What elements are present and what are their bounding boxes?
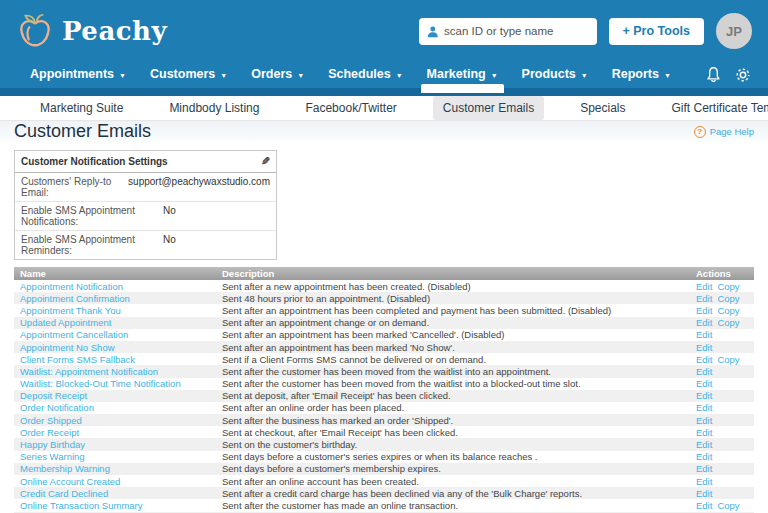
edit-link[interactable]: Edit — [696, 354, 712, 365]
settings-value: No — [163, 234, 176, 256]
email-name-link[interactable]: Appointment Cancellation — [14, 329, 222, 340]
settings-label: Enable SMS Appointment Reminders: — [21, 234, 163, 256]
edit-pencil-icon[interactable]: ✎ — [261, 155, 270, 168]
settings-row: Enable SMS Appointment Reminders:No — [15, 231, 276, 259]
edit-link[interactable]: Edit — [696, 305, 712, 316]
email-description: Sent after an appointment has been compl… — [222, 305, 696, 316]
nav-item-orders[interactable]: Orders▼ — [251, 67, 304, 83]
table-row: Order NotificationSent after an online o… — [14, 402, 754, 414]
table-row: Happy BirthdaySent on the customer's bir… — [14, 438, 754, 450]
search-input[interactable] — [444, 25, 588, 37]
email-description: Sent after the business has marked an or… — [222, 415, 696, 426]
copy-link[interactable]: Copy — [717, 354, 739, 365]
settings-rows: Customers' Reply-to Email:support@peachy… — [15, 173, 276, 259]
email-name-link[interactable]: Happy Birthday — [14, 439, 222, 450]
bell-icon[interactable] — [705, 66, 722, 84]
edit-link[interactable]: Edit — [696, 378, 712, 389]
nav-item-appointments[interactable]: Appointments▼ — [30, 67, 126, 83]
edit-link[interactable]: Edit — [696, 329, 712, 340]
email-name-link[interactable]: Online Transaction Summary — [14, 500, 222, 511]
avatar[interactable]: JP — [716, 13, 752, 49]
table-row: Online Account CreatedSent after an onli… — [14, 475, 754, 487]
row-actions: EditCopy — [696, 500, 754, 511]
header-actions: + Pro Tools JP — [419, 13, 753, 49]
edit-link[interactable]: Edit — [696, 390, 712, 401]
edit-link[interactable]: Edit — [696, 293, 712, 304]
row-actions: EditCopy — [696, 317, 754, 328]
email-name-link[interactable]: Deposit Receipt — [14, 390, 222, 401]
edit-link[interactable]: Edit — [696, 476, 712, 487]
nav-item-marketing[interactable]: Marketing▼ — [427, 67, 498, 83]
edit-link[interactable]: Edit — [696, 427, 712, 438]
email-name-link[interactable]: Order Shipped — [14, 415, 222, 426]
copy-link[interactable]: Copy — [717, 317, 739, 328]
settings-value: support@peachywaxstudio.com — [128, 176, 270, 198]
nav-item-schedules[interactable]: Schedules▼ — [328, 67, 402, 83]
copy-link[interactable]: Copy — [717, 500, 739, 511]
question-icon: ? — [694, 126, 706, 138]
nav-item-customers[interactable]: Customers▼ — [150, 67, 227, 83]
row-actions: Edit — [696, 427, 754, 438]
tab-marketing-suite[interactable]: Marketing Suite — [30, 96, 133, 120]
edit-link[interactable]: Edit — [696, 402, 712, 413]
nav-item-reports[interactable]: Reports▼ — [612, 67, 671, 83]
edit-link[interactable]: Edit — [696, 488, 712, 499]
settings-row: Enable SMS Appointment Notifications:No — [15, 202, 276, 231]
edit-link[interactable]: Edit — [696, 451, 712, 462]
table-row: Order ReceiptSent at checkout, after 'Em… — [14, 426, 754, 438]
email-description: Sent after an online account has been cr… — [222, 476, 696, 487]
table-row: Updated AppointmentSent after an appoint… — [14, 317, 754, 329]
copy-link[interactable]: Copy — [717, 305, 739, 316]
email-description: Sent after an appointment has been marke… — [222, 329, 696, 340]
table-row: Series WarningSent days before a custome… — [14, 451, 754, 463]
edit-link[interactable]: Edit — [696, 366, 712, 377]
settings-row: Customers' Reply-to Email:support@peachy… — [15, 173, 276, 202]
table-row: Deposit ReceiptSent at deposit, after 'E… — [14, 390, 754, 402]
copy-link[interactable]: Copy — [717, 281, 739, 292]
email-name-link[interactable]: Updated Appointment — [14, 317, 222, 328]
email-name-link[interactable]: Membership Warning — [14, 463, 222, 474]
email-name-link[interactable]: Client Forms SMS Fallback — [14, 354, 222, 365]
edit-link[interactable]: Edit — [696, 317, 712, 328]
table-row: Order ShippedSent after the business has… — [14, 414, 754, 426]
settings-label: Enable SMS Appointment Notifications: — [21, 205, 163, 227]
edit-link[interactable]: Edit — [696, 463, 712, 474]
tab-customer-emails[interactable]: Customer Emails — [433, 96, 544, 120]
email-name-link[interactable]: Appointment Confirmation — [14, 293, 222, 304]
table-row: Appointment Thank YouSent after an appoi… — [14, 304, 754, 316]
tab-facebook-twitter[interactable]: Facebook/Twitter — [295, 96, 406, 120]
email-name-link[interactable]: Appointment No Show — [14, 342, 222, 353]
tab-gift-certificate-templates[interactable]: Gift Certificate Templates — [662, 96, 768, 120]
email-table-body: Appointment NotificationSent after a new… — [14, 280, 754, 513]
email-name-link[interactable]: Waitlist: Appointment Notification — [14, 366, 222, 377]
table-row: Client Forms SMS FallbackSent if a Clien… — [14, 353, 754, 365]
edit-link[interactable]: Edit — [696, 342, 712, 353]
page-help-link[interactable]: ? Page Help — [694, 126, 754, 138]
gear-icon[interactable] — [734, 66, 752, 84]
nav-item-label: Customers — [150, 67, 215, 81]
email-name-link[interactable]: Appointment Notification — [14, 281, 222, 292]
email-name-link[interactable]: Appointment Thank You — [14, 305, 222, 316]
email-name-link[interactable]: Online Account Created — [14, 476, 222, 487]
tab-specials[interactable]: Specials — [570, 96, 635, 120]
email-description: Sent after an appointment has been marke… — [222, 342, 696, 353]
email-name-link[interactable]: Waitlist: Blocked-Out Time Notification — [14, 378, 222, 389]
email-name-link[interactable]: Series Warning — [14, 451, 222, 462]
email-description: Sent after an appointment change or on d… — [222, 317, 696, 328]
brand-logo[interactable]: Peachy — [16, 11, 167, 51]
copy-link[interactable]: Copy — [717, 293, 739, 304]
email-name-link[interactable]: Credit Card Declined — [14, 488, 222, 499]
edit-link[interactable]: Edit — [696, 281, 712, 292]
tab-mindbody-listing[interactable]: Mindbody Listing — [159, 96, 269, 120]
edit-link[interactable]: Edit — [696, 439, 712, 450]
edit-link[interactable]: Edit — [696, 500, 712, 511]
email-name-link[interactable]: Order Notification — [14, 402, 222, 413]
edit-link[interactable]: Edit — [696, 415, 712, 426]
email-name-link[interactable]: Order Receipt — [14, 427, 222, 438]
pro-tools-button[interactable]: + Pro Tools — [609, 18, 705, 45]
row-actions: EditCopy — [696, 293, 754, 304]
row-actions: Edit — [696, 439, 754, 450]
client-search-box[interactable] — [419, 18, 597, 45]
column-description: Description — [222, 268, 696, 279]
nav-item-products[interactable]: Products▼ — [522, 67, 588, 83]
